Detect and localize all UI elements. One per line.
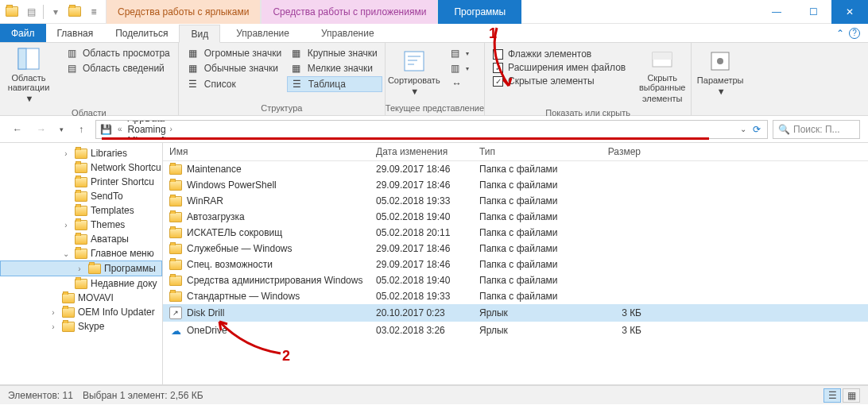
layout-small-icons[interactable]: ▦Мелкие значки: [287, 61, 382, 75]
column-size[interactable]: Размер: [584, 143, 648, 160]
expand-icon[interactable]: ›: [48, 322, 59, 331]
close-button[interactable]: ✕: [831, 0, 868, 24]
table-row[interactable]: ИСКАТЕЛЬ сокровищ05.02.2018 20:11Папка с…: [163, 225, 868, 241]
layout-medium-icons[interactable]: ▦Обычные значки: [184, 61, 287, 75]
refresh-button[interactable]: ⟳: [750, 124, 764, 135]
folder-icon: [75, 177, 87, 187]
expand-icon[interactable]: ⌄: [60, 249, 72, 258]
search-input[interactable]: 🔍 Поиск: П...: [773, 120, 860, 139]
sort-icon: [401, 48, 427, 74]
qat-item[interactable]: ▾: [47, 3, 64, 21]
tree-item[interactable]: SendTo: [0, 189, 162, 203]
tree-item[interactable]: Недавние доку: [0, 276, 162, 291]
ribbon-collapse[interactable]: ⌃?: [828, 24, 868, 42]
forward-button[interactable]: →: [32, 120, 51, 139]
tree-item[interactable]: ›Программы: [0, 260, 162, 276]
details-pane-button[interactable]: ▤Область сведений: [62, 61, 173, 75]
view-large-icons-button[interactable]: ▦: [843, 388, 860, 403]
tab-share[interactable]: Поделиться: [104, 24, 179, 42]
ribbon-group-current-view: Сортировать▼ ▤▾ ▥▾ ↔ Текущее представлен…: [386, 43, 485, 115]
hide-selected-button[interactable]: Скрыть выбранные элементы: [634, 43, 691, 106]
view-details-button[interactable]: ☰: [823, 388, 841, 403]
group-by-button[interactable]: ▤▾: [448, 46, 470, 60]
column-type[interactable]: Тип: [473, 143, 584, 160]
tree-item[interactable]: MOVAVI: [0, 291, 162, 305]
expand-icon[interactable]: ›: [48, 308, 59, 317]
dropdown-icon[interactable]: ⌄: [737, 125, 750, 133]
ribbon-group-show-hide: Флажки элементов ✓Расширения имен файлов…: [485, 43, 692, 115]
table-row[interactable]: Стандартные — Windows05.02.2018 19:33Пап…: [163, 288, 868, 304]
expand-icon[interactable]: ›: [60, 149, 72, 158]
tree-item[interactable]: Network Shortcu: [0, 160, 162, 175]
up-button[interactable]: ↑: [72, 120, 91, 139]
file-type: Папка с файлами: [473, 273, 584, 287]
help-icon[interactable]: ?: [849, 28, 860, 39]
checkbox-file-extensions[interactable]: ✓Расширения имен файлов: [490, 61, 629, 74]
tree-item[interactable]: ⌄Главное меню: [0, 246, 162, 260]
file-type: Папка с файлами: [473, 194, 584, 208]
checkbox-hidden-items[interactable]: ✓Скрытые элементы: [490, 75, 629, 87]
sort-button[interactable]: Сортировать▼: [386, 43, 443, 102]
layout-details[interactable]: ☰Таблица: [287, 76, 382, 92]
tree-item[interactable]: ›Themes: [0, 218, 162, 232]
column-name[interactable]: Имя: [163, 143, 370, 160]
tab-file[interactable]: Файл: [0, 24, 46, 42]
size-columns-button[interactable]: ↔: [448, 76, 470, 91]
tree-item-label: OEM Info Updater: [78, 307, 155, 318]
table-row[interactable]: Служебные — Windows29.09.2017 18:46Папка…: [163, 241, 868, 257]
tree-item[interactable]: ›OEM Info Updater: [0, 305, 162, 319]
breadcrumb[interactable]: 💾 « Локальный диск (C:) ›Пользователи ›M…: [95, 120, 768, 139]
checkbox-item-checkboxes[interactable]: Флажки элементов: [490, 48, 629, 60]
column-date[interactable]: Дата изменения: [370, 143, 473, 160]
tree-item[interactable]: Аватары: [0, 232, 162, 246]
qat-item[interactable]: ▤: [22, 3, 40, 21]
tree-item-label: SendTo: [91, 191, 123, 202]
navigation-tree[interactable]: ›LibrariesNetwork ShortcuPrinter Shortcu…: [0, 143, 163, 384]
table-row[interactable]: WinRAR05.02.2018 19:33Папка с файлами: [163, 193, 868, 209]
file-type: Ярлык: [473, 323, 584, 338]
back-button[interactable]: ←: [8, 120, 27, 139]
expand-icon[interactable]: ›: [60, 221, 72, 230]
tree-item[interactable]: Templates: [0, 203, 162, 218]
tab-home[interactable]: Главная: [46, 24, 105, 42]
file-name: Средства администрирования Windows: [187, 275, 362, 286]
tree-item[interactable]: ›Libraries: [0, 146, 162, 160]
minimize-button[interactable]: —: [758, 0, 795, 24]
folder-icon: [75, 163, 87, 173]
tree-item[interactable]: Printer Shortcu: [0, 175, 162, 189]
tab-view[interactable]: Вид: [179, 25, 220, 43]
table-row[interactable]: Maintenance29.09.2017 18:46Папка с файла…: [163, 161, 868, 177]
table-row[interactable]: Windows PowerShell29.09.2017 18:46Папка …: [163, 177, 868, 193]
qat-overflow[interactable]: ≡: [85, 3, 103, 21]
tree-item[interactable]: ›Skype: [0, 319, 162, 334]
add-columns-button[interactable]: ▥▾: [448, 61, 470, 75]
context-tab-shortcut-tools[interactable]: Средства работы с ярлыками: [106, 0, 261, 24]
tab-manage-app[interactable]: Управление: [305, 24, 390, 42]
table-row[interactable]: Средства администрирования Windows05.02.…: [163, 272, 868, 288]
details-icon: ☰: [291, 78, 304, 91]
tab-manage-shortcut[interactable]: Управление: [220, 24, 305, 42]
layout-list[interactable]: ☰Список: [184, 76, 287, 92]
tree-item-label: Printer Shortcu: [91, 176, 154, 187]
preview-pane-button[interactable]: ▥Область просмотра: [62, 46, 173, 60]
table-row[interactable]: ☁OneDrive03.02.2018 3:26Ярлык3 КБ: [163, 322, 868, 339]
table-row[interactable]: Автозагрузка05.02.2018 19:40Папка с файл…: [163, 209, 868, 225]
file-size: [584, 279, 648, 282]
file-date: 03.02.2018 3:26: [370, 323, 473, 338]
table-row[interactable]: Спец. возможности29.09.2017 18:46Папка с…: [163, 257, 868, 272]
options-button[interactable]: Параметры▼: [692, 43, 749, 102]
tree-item-label: Themes: [91, 219, 125, 230]
expand-icon[interactable]: ›: [74, 264, 85, 273]
context-tab-app-tools[interactable]: Средства работы с приложениями: [261, 0, 438, 24]
breadcrumb-segment[interactable]: Roaming ›: [126, 124, 229, 135]
navigation-pane-button[interactable]: Область навигации▼: [0, 43, 57, 106]
folder-icon: [62, 307, 75, 318]
layout-large-icons[interactable]: ▦Крупные значки: [287, 46, 382, 60]
file-type: Папка с файлами: [473, 241, 584, 256]
recent-locations-button[interactable]: ▾: [56, 120, 67, 139]
hide-icon: [649, 46, 675, 71]
list-header[interactable]: Имя Дата изменения Тип Размер: [163, 143, 868, 161]
table-row[interactable]: ↗Disk Drill20.10.2017 0:23Ярлык3 КБ: [163, 304, 868, 322]
layout-extra-large-icons[interactable]: ▦Огромные значки: [184, 46, 287, 60]
maximize-button[interactable]: ☐: [795, 0, 831, 24]
